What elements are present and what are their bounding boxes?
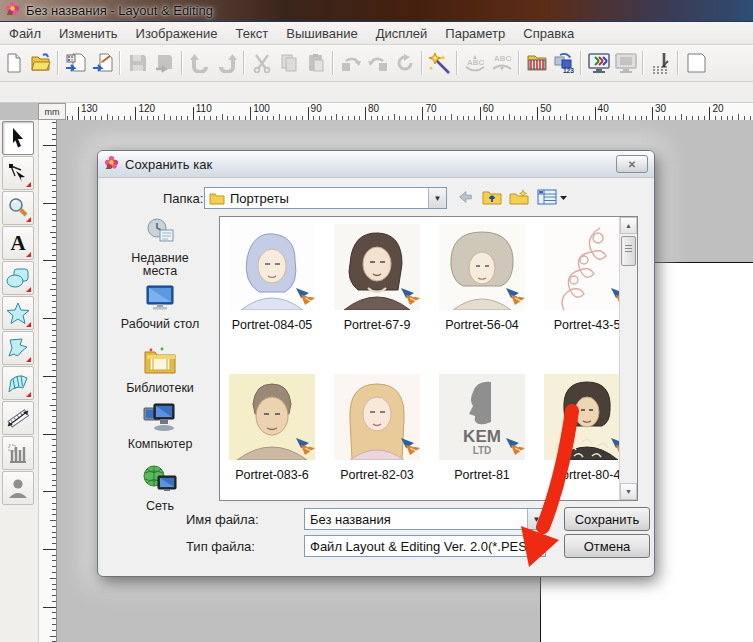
file-name: Portret-82-03: [331, 468, 423, 482]
paste-icon[interactable]: [302, 49, 329, 77]
shapes-star-tool[interactable]: [2, 296, 34, 330]
sidebar-item-computer[interactable]: Компьютер: [107, 402, 213, 451]
title-bar: Без названия - Layout & Editing: [0, 0, 753, 22]
network-icon: [142, 464, 178, 494]
menu-file[interactable]: Файл: [0, 26, 50, 41]
stitch-simulator-icon[interactable]: [647, 49, 674, 77]
filename-dropdown-icon[interactable]: ▼: [527, 509, 545, 529]
realistic-view-icon[interactable]: [585, 49, 612, 77]
select-point-tool[interactable]: [2, 156, 34, 190]
sidebar-item-desktop[interactable]: Рабочий стол: [107, 284, 213, 331]
new-folder-icon[interactable]: [507, 186, 531, 208]
file-name: Portret-56-04: [436, 318, 528, 332]
sidebar-item-network[interactable]: Сеть: [107, 464, 213, 513]
secondary-bar: [0, 82, 753, 103]
folder-label: Папка:: [163, 191, 203, 206]
desktop-icon: [143, 284, 177, 312]
text-tool[interactable]: A: [2, 226, 34, 260]
menu-help[interactable]: Справка: [514, 26, 583, 41]
menu-sew[interactable]: Вышивание: [277, 26, 366, 41]
text-arc-down-icon[interactable]: ABC: [461, 49, 488, 77]
scrollbar-thumb[interactable]: [621, 236, 636, 266]
write-to-card-icon[interactable]: [151, 49, 178, 77]
design-page-partial-icon[interactable]: [682, 49, 709, 77]
import-design-icon[interactable]: [62, 49, 89, 77]
copy-icon[interactable]: [275, 49, 302, 77]
folder-value: Портреты: [225, 191, 428, 206]
app-window: Без названия - Layout & Editing Файл Изм…: [0, 0, 753, 642]
view-menu-icon[interactable]: [535, 186, 569, 208]
text-arc-up-icon[interactable]: ABC: [488, 49, 515, 77]
file-tile[interactable]: Portret-083-6: [226, 374, 318, 482]
flower-app-icon: [5, 1, 20, 20]
thread-palette-icon[interactable]: [523, 49, 550, 77]
rotate-free-icon[interactable]: [391, 49, 418, 77]
scroll-down-icon[interactable]: ▼: [620, 483, 637, 500]
sidebar-item-libraries[interactable]: Библиотеки: [107, 346, 213, 395]
menu-option[interactable]: Параметр: [436, 26, 514, 41]
rotate-left-icon[interactable]: [337, 49, 364, 77]
zoom-tool[interactable]: [2, 191, 34, 225]
main-toolbar: ABC ABC 123: [0, 45, 753, 82]
file-tile[interactable]: Portret-82-03: [331, 374, 423, 482]
filetype-value: Файл Layout & Editing Ver. 2.0(*.PES): [305, 539, 527, 554]
pes-bird-icon: [293, 286, 315, 310]
open-file-icon[interactable]: [27, 49, 54, 77]
file-tile[interactable]: Portret-56-04: [436, 224, 528, 332]
pes-bird-icon: [503, 286, 525, 310]
measure-tool[interactable]: [2, 401, 34, 435]
save-icon[interactable]: [124, 49, 151, 77]
pes-bird-icon: [398, 286, 420, 310]
save-as-dialog: Сохранить как ✕ Папка: Портреты ▼ Недавн…: [97, 150, 655, 577]
shapes-outline-tool[interactable]: [2, 331, 34, 365]
new-document-icon[interactable]: [0, 49, 27, 77]
folder-dropdown-icon[interactable]: ▼: [428, 188, 446, 208]
filetype-dropdown-icon[interactable]: ▼: [527, 536, 545, 556]
undo-icon[interactable]: [186, 49, 213, 77]
shapes-fan-tool[interactable]: [2, 366, 34, 400]
cut-icon[interactable]: [248, 49, 275, 77]
file-tile[interactable]: Portret-084-05: [226, 224, 318, 332]
file-name: Portret-81: [436, 468, 528, 482]
cancel-button[interactable]: Отмена: [564, 534, 650, 558]
pes-bird-icon: [293, 436, 315, 460]
file-name: Portret-67-9: [331, 318, 423, 332]
stitch-attributes-tool[interactable]: [2, 436, 34, 470]
back-icon[interactable]: [453, 186, 477, 208]
computer-icon: [142, 402, 178, 432]
menu-text[interactable]: Текст: [227, 26, 278, 41]
file-list: Portret-084-05 Portret-67-9 Portret-56-0…: [219, 216, 638, 501]
menu-image[interactable]: Изображение: [127, 26, 227, 41]
sidebar-item-recent[interactable]: Недавниеместа: [107, 216, 213, 278]
close-icon[interactable]: ✕: [616, 155, 648, 173]
file-list-scrollbar[interactable]: ▲ ▼: [619, 217, 637, 500]
menu-display[interactable]: Дисплей: [367, 26, 437, 41]
rotate-right-icon[interactable]: [364, 49, 391, 77]
magic-wand-icon[interactable]: [426, 49, 453, 77]
dialog-title-bar: Сохранить как ✕: [98, 151, 654, 178]
file-tile[interactable]: KEMLTD Portret-81: [436, 374, 528, 482]
filetype-combobox[interactable]: Файл Layout & Editing Ver. 2.0(*.PES) ▼: [304, 535, 546, 557]
up-folder-icon[interactable]: [480, 186, 504, 208]
flower-dialog-icon: [104, 155, 119, 174]
svg-text:LTD: LTD: [473, 445, 492, 456]
import-image-icon[interactable]: [89, 49, 116, 77]
ruler-unit-box: mm: [38, 103, 66, 120]
solid-view-icon[interactable]: [612, 49, 639, 77]
svg-text:KEM: KEM: [463, 427, 501, 446]
portrait-tool[interactable]: [2, 471, 34, 505]
redo-icon[interactable]: [213, 49, 240, 77]
sewing-order-icon[interactable]: 123: [550, 49, 577, 77]
recent-places-icon: [143, 216, 177, 246]
file-tile[interactable]: Portret-67-9: [331, 224, 423, 332]
folder-combobox[interactable]: Портреты ▼: [204, 187, 447, 209]
shapes-oval-tool[interactable]: [2, 261, 34, 295]
select-tool[interactable]: [2, 121, 34, 155]
window-title: Без названия - Layout & Editing: [26, 3, 213, 18]
menu-edit[interactable]: Изменить: [50, 26, 127, 41]
file-name: Portret-083-6: [226, 468, 318, 482]
save-button[interactable]: Сохранить: [564, 507, 650, 531]
filename-combobox[interactable]: Без названия ▼: [304, 508, 546, 530]
dialog-body: Папка: Портреты ▼ Недавниеместа Рабочий …: [101, 178, 651, 576]
scroll-up-icon[interactable]: ▲: [620, 217, 637, 234]
